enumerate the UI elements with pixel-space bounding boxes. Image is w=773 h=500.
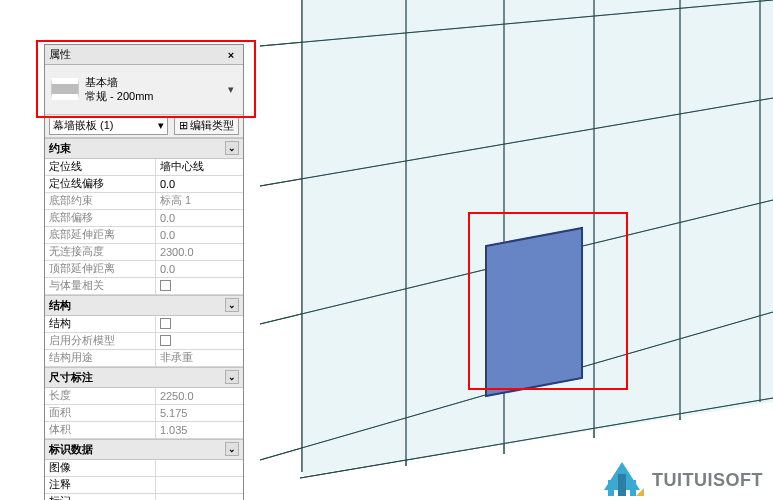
property-row: 面积5.175 bbox=[45, 405, 243, 422]
checkbox bbox=[160, 335, 171, 346]
property-row: 长度2250.0 bbox=[45, 388, 243, 405]
property-row[interactable]: 图像 bbox=[45, 460, 243, 477]
property-label: 结构用途 bbox=[45, 350, 156, 366]
type-variant: 常规 - 200mm bbox=[85, 89, 219, 103]
group-header[interactable]: 约束⌄ bbox=[45, 138, 243, 159]
chevron-down-icon[interactable]: ▾ bbox=[225, 83, 237, 96]
property-value: 2300.0 bbox=[156, 244, 243, 260]
property-row: 底部约束标高 1 bbox=[45, 193, 243, 210]
property-value bbox=[156, 333, 243, 349]
svg-marker-23 bbox=[486, 228, 582, 396]
property-label: 无连接高度 bbox=[45, 244, 156, 260]
property-value[interactable]: 墙中心线 bbox=[156, 159, 243, 175]
property-label: 底部偏移 bbox=[45, 210, 156, 226]
group-collapse-icon[interactable]: ⌄ bbox=[225, 298, 239, 312]
property-value[interactable]: 0.0 bbox=[156, 176, 243, 192]
watermark: TUITUISOFT bbox=[600, 460, 763, 500]
watermark-text: TUITUISOFT bbox=[652, 470, 763, 491]
property-value[interactable] bbox=[156, 460, 243, 476]
instance-label: 幕墙嵌板 (1) bbox=[53, 118, 114, 133]
edit-type-button[interactable]: ⊞ 编辑类型 bbox=[174, 117, 239, 135]
svg-rect-27 bbox=[618, 474, 626, 496]
property-label: 体积 bbox=[45, 422, 156, 438]
close-icon[interactable]: × bbox=[223, 47, 239, 63]
property-row: 底部延伸距离0.0 bbox=[45, 227, 243, 244]
property-value: 0.0 bbox=[156, 227, 243, 243]
property-row[interactable]: 定位线偏移0.0 bbox=[45, 176, 243, 193]
property-row[interactable]: 结构 bbox=[45, 316, 243, 333]
property-label: 底部延伸距离 bbox=[45, 227, 156, 243]
property-row: 结构用途非承重 bbox=[45, 350, 243, 367]
properties-title: 属性 bbox=[49, 47, 71, 62]
property-label: 图像 bbox=[45, 460, 156, 476]
property-value[interactable] bbox=[156, 316, 243, 332]
type-selector[interactable]: 基本墙 常规 - 200mm ▾ bbox=[45, 65, 243, 115]
property-row: 无连接高度2300.0 bbox=[45, 244, 243, 261]
properties-panel: 属性 × 基本墙 常规 - 200mm ▾ 幕墙嵌板 (1) ▾ ⊞ 编辑类型 … bbox=[44, 44, 244, 500]
property-row: 底部偏移0.0 bbox=[45, 210, 243, 227]
property-row[interactable]: 标记 bbox=[45, 494, 243, 500]
group-header[interactable]: 结构⌄ bbox=[45, 295, 243, 316]
property-label: 底部约束 bbox=[45, 193, 156, 209]
type-swatch-icon bbox=[51, 78, 79, 100]
checkbox bbox=[160, 280, 171, 291]
checkbox[interactable] bbox=[160, 318, 171, 329]
property-label: 长度 bbox=[45, 388, 156, 404]
edit-type-label: 编辑类型 bbox=[190, 118, 234, 133]
properties-header: 属性 × bbox=[45, 45, 243, 65]
property-value: 1.035 bbox=[156, 422, 243, 438]
property-value bbox=[156, 278, 243, 294]
property-row[interactable]: 注释 bbox=[45, 477, 243, 494]
instance-select[interactable]: 幕墙嵌板 (1) ▾ bbox=[49, 117, 168, 135]
property-label: 注释 bbox=[45, 477, 156, 493]
chevron-down-icon: ▾ bbox=[158, 119, 164, 132]
svg-rect-28 bbox=[630, 480, 636, 496]
property-value: 2250.0 bbox=[156, 388, 243, 404]
property-value: 非承重 bbox=[156, 350, 243, 366]
group-collapse-icon[interactable]: ⌄ bbox=[225, 141, 239, 155]
selected-panel[interactable] bbox=[486, 228, 582, 396]
property-label: 定位线偏移 bbox=[45, 176, 156, 192]
property-label: 结构 bbox=[45, 316, 156, 332]
property-value[interactable] bbox=[156, 494, 243, 500]
property-label: 标记 bbox=[45, 494, 156, 500]
property-label: 顶部延伸距离 bbox=[45, 261, 156, 277]
group-header[interactable]: 标识数据⌄ bbox=[45, 439, 243, 460]
property-label: 定位线 bbox=[45, 159, 156, 175]
group-name: 标识数据 bbox=[49, 442, 93, 457]
group-name: 尺寸标注 bbox=[49, 370, 93, 385]
property-row: 顶部延伸距离0.0 bbox=[45, 261, 243, 278]
edit-type-icon: ⊞ bbox=[179, 119, 188, 132]
watermark-logo-icon bbox=[600, 460, 644, 500]
group-name: 约束 bbox=[49, 141, 71, 156]
property-label: 面积 bbox=[45, 405, 156, 421]
svg-rect-26 bbox=[608, 480, 614, 496]
property-row: 体积1.035 bbox=[45, 422, 243, 439]
property-row: 启用分析模型 bbox=[45, 333, 243, 350]
property-row[interactable]: 定位线墙中心线 bbox=[45, 159, 243, 176]
properties-table: 约束⌄定位线墙中心线定位线偏移0.0底部约束标高 1底部偏移0.0底部延伸距离0… bbox=[45, 138, 243, 500]
group-collapse-icon[interactable]: ⌄ bbox=[225, 442, 239, 456]
property-label: 启用分析模型 bbox=[45, 333, 156, 349]
property-value: 5.175 bbox=[156, 405, 243, 421]
group-collapse-icon[interactable]: ⌄ bbox=[225, 370, 239, 384]
property-value[interactable] bbox=[156, 477, 243, 493]
property-value: 0.0 bbox=[156, 210, 243, 226]
group-name: 结构 bbox=[49, 298, 71, 313]
property-label: 与体量相关 bbox=[45, 278, 156, 294]
type-name: 基本墙 bbox=[85, 75, 219, 89]
property-value: 标高 1 bbox=[156, 193, 243, 209]
group-header[interactable]: 尺寸标注⌄ bbox=[45, 367, 243, 388]
property-value: 0.0 bbox=[156, 261, 243, 277]
property-row: 与体量相关 bbox=[45, 278, 243, 295]
